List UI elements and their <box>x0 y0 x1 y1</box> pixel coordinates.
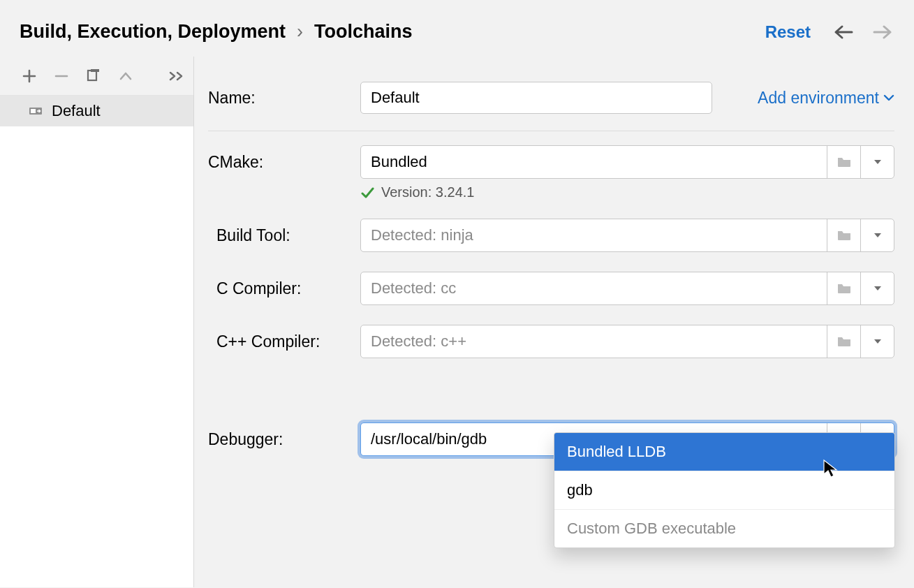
ccompiler-row: C Compiler: Detected: cc <box>208 262 894 315</box>
cxxcompiler-row: C++ Compiler: Detected: c++ <box>208 315 894 368</box>
buildtool-label: Build Tool: <box>208 226 360 245</box>
ccompiler-combo[interactable]: Detected: cc <box>360 272 894 305</box>
cmake-status: Version: 3.24.1 <box>208 184 894 200</box>
buildtool-row: Build Tool: Detected: ninja <box>208 209 894 262</box>
reset-link[interactable]: Reset <box>765 22 811 42</box>
sidebar-item-default[interactable]: Default <box>0 96 193 126</box>
chevron-down-icon <box>873 157 883 167</box>
add-toolchain-button[interactable] <box>20 66 39 86</box>
chevron-down-icon <box>883 94 894 102</box>
ccompiler-browse-button[interactable] <box>827 272 860 304</box>
buildtool-combo[interactable]: Detected: ninja <box>360 219 894 252</box>
folder-icon <box>836 229 852 242</box>
buildtool-dropdown-button[interactable] <box>860 219 894 251</box>
remove-toolchain-button[interactable] <box>52 66 71 86</box>
ccompiler-dropdown-button[interactable] <box>860 272 894 304</box>
chevrons-right-icon <box>169 71 184 81</box>
cmake-label: CMake: <box>208 153 360 172</box>
folder-icon <box>836 335 852 348</box>
back-button[interactable] <box>832 23 855 41</box>
toolchain-form: Name: Add environment CMake: Bundled <box>194 57 914 587</box>
cmake-dropdown-button[interactable] <box>860 146 894 178</box>
sidebar-toolbar <box>0 57 193 96</box>
plus-icon <box>22 69 36 83</box>
cxxcompiler-browse-button[interactable] <box>827 325 860 358</box>
cmake-browse-button[interactable] <box>827 146 860 178</box>
breadcrumb: Build, Execution, Deployment › Toolchain… <box>20 21 413 43</box>
debugger-option-gdb[interactable]: gdb <box>554 471 894 510</box>
name-input[interactable] <box>360 82 712 114</box>
breadcrumb-current: Toolchains <box>314 21 413 43</box>
folder-icon <box>836 282 852 295</box>
more-actions-button[interactable] <box>167 66 186 86</box>
copy-icon <box>86 68 101 84</box>
breadcrumb-parent[interactable]: Build, Execution, Deployment <box>20 21 286 43</box>
move-up-button[interactable] <box>116 66 135 86</box>
svg-rect-0 <box>88 71 96 80</box>
chevron-down-icon <box>873 337 883 346</box>
debugger-dropdown-popup: Bundled LLDB gdb Custom GDB executable <box>554 432 895 548</box>
cxxcompiler-value: Detected: c++ <box>361 325 827 358</box>
check-icon <box>360 186 374 200</box>
cmake-row: CMake: Bundled <box>208 135 894 189</box>
chevron-down-icon <box>873 284 883 293</box>
cxxcompiler-dropdown-button[interactable] <box>860 325 894 358</box>
sidebar-item-label: Default <box>52 102 101 120</box>
forward-button <box>871 23 894 41</box>
chevron-down-icon <box>873 230 883 240</box>
cxxcompiler-combo[interactable]: Detected: c++ <box>360 325 894 358</box>
option-label: Bundled LLDB <box>567 443 666 460</box>
folder-icon <box>836 156 852 168</box>
option-label: gdb <box>567 481 593 499</box>
name-label: Name: <box>208 89 360 108</box>
arrow-left-icon <box>834 24 853 40</box>
svg-rect-3 <box>31 109 36 113</box>
cmake-combo[interactable]: Bundled <box>360 145 894 179</box>
toolchain-list: Default <box>0 96 193 587</box>
arrow-right-icon <box>873 24 892 40</box>
add-environment-link[interactable]: Add environment <box>758 89 894 108</box>
ccompiler-value: Detected: cc <box>361 272 827 304</box>
cmake-status-text: Version: 3.24.1 <box>381 184 474 200</box>
add-environment-label: Add environment <box>758 89 879 108</box>
debugger-option-bundled-lldb[interactable]: Bundled LLDB <box>554 433 894 471</box>
svg-rect-1 <box>91 69 99 72</box>
debugger-label: Debugger: <box>208 430 360 449</box>
breadcrumb-separator-icon: › <box>297 21 303 43</box>
debugger-option-custom[interactable]: Custom GDB executable <box>554 510 894 547</box>
toolchain-icon <box>28 103 43 119</box>
option-label: Custom GDB executable <box>567 520 736 537</box>
chevron-up-icon <box>119 71 132 81</box>
nav-arrows <box>832 23 894 41</box>
cxxcompiler-label: C++ Compiler: <box>208 332 360 351</box>
name-row: Name: Add environment <box>208 72 894 131</box>
copy-toolchain-button[interactable] <box>84 66 103 86</box>
buildtool-value: Detected: ninja <box>361 219 827 251</box>
buildtool-browse-button[interactable] <box>827 219 860 251</box>
cmake-value: Bundled <box>361 146 827 178</box>
ccompiler-label: C Compiler: <box>208 279 360 298</box>
minus-icon <box>54 69 68 83</box>
toolchain-sidebar: Default <box>0 57 194 587</box>
settings-header: Build, Execution, Deployment › Toolchain… <box>0 0 914 57</box>
